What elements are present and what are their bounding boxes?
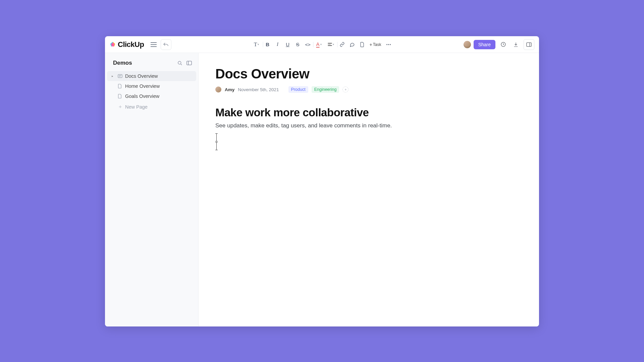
- app-window: ClickUp T▾ B I U S <> A▾ ▾: [105, 36, 539, 326]
- svg-point-5: [178, 61, 181, 64]
- text-color-button[interactable]: A▾: [313, 40, 325, 49]
- page-title[interactable]: Docs Overview: [215, 66, 519, 81]
- sidebar-title: Demos: [113, 60, 132, 66]
- sidebar-item-home-overview[interactable]: Home Overview: [107, 81, 196, 91]
- sidebar-list: ▸ Docs Overview Home Overview Goals Over…: [105, 71, 198, 112]
- bold-button[interactable]: B: [263, 40, 272, 49]
- document-area[interactable]: Docs Overview Amy November 5th, 2021 Pro…: [199, 53, 539, 326]
- code-button[interactable]: <>: [303, 40, 313, 49]
- text-style-button[interactable]: T▾: [251, 40, 262, 49]
- search-icon[interactable]: [177, 60, 183, 66]
- add-tag-button[interactable]: +: [342, 86, 348, 93]
- logo-icon: [110, 42, 116, 48]
- format-toolbar: T▾ B I U S <> A▾ ▾ + Task: [251, 40, 393, 49]
- sidebar-item-label: Home Overview: [125, 83, 160, 89]
- sidebar-header: Demos: [105, 58, 198, 71]
- history-icon[interactable]: [498, 40, 508, 50]
- sidebar-item-goals-overview[interactable]: Goals Overview: [107, 91, 196, 101]
- svg-point-1: [388, 44, 389, 45]
- share-button[interactable]: Share: [474, 40, 495, 49]
- link-button[interactable]: [337, 40, 347, 49]
- chevron-right-icon: ▸: [112, 74, 115, 78]
- panel-toggle-icon[interactable]: [524, 39, 534, 50]
- sidebar-item-label: Docs Overview: [125, 73, 158, 79]
- italic-button[interactable]: I: [273, 40, 282, 49]
- plus-icon: +: [344, 88, 346, 92]
- underline-button[interactable]: U: [283, 40, 292, 49]
- topbar: ClickUp T▾ B I U S <> A▾ ▾: [105, 36, 539, 53]
- page-icon: [118, 84, 122, 88]
- collapse-sidebar-icon[interactable]: [186, 60, 192, 66]
- author-avatar[interactable]: [215, 86, 221, 93]
- plus-icon: ＋: [118, 104, 122, 110]
- svg-point-0: [386, 44, 387, 45]
- attach-button[interactable]: [358, 40, 367, 49]
- strike-button[interactable]: S: [293, 40, 303, 49]
- tag-engineering[interactable]: Engineering: [312, 86, 339, 93]
- align-button[interactable]: ▾: [325, 40, 337, 49]
- page-icon: [118, 94, 122, 99]
- add-page-button[interactable]: ＋ New Page: [107, 101, 196, 112]
- doc-card-icon: [118, 74, 122, 78]
- svg-rect-4: [527, 43, 531, 46]
- sidebar-item-label: Goals Overview: [125, 94, 159, 99]
- svg-rect-6: [187, 61, 192, 65]
- add-task-button[interactable]: + Task: [368, 40, 383, 49]
- add-page-label: New Page: [125, 104, 148, 110]
- tag-product[interactable]: Product: [288, 86, 308, 93]
- task-label: Task: [373, 42, 381, 47]
- menu-icon[interactable]: [149, 40, 159, 50]
- more-button[interactable]: [384, 40, 393, 49]
- comment-button[interactable]: [347, 40, 357, 49]
- text-cursor: [215, 134, 519, 150]
- author-name: Amy: [225, 87, 234, 92]
- undo-button[interactable]: [161, 39, 171, 50]
- download-icon[interactable]: [511, 40, 521, 50]
- topbar-right: Share: [464, 39, 534, 50]
- doc-heading[interactable]: Make work more collaborative: [215, 106, 519, 119]
- avatar[interactable]: [464, 41, 471, 48]
- plus-icon: +: [370, 42, 372, 47]
- sidebar: Demos ▸ Docs Overview: [105, 53, 199, 326]
- sidebar-item-docs-overview[interactable]: ▸ Docs Overview: [107, 71, 196, 81]
- svg-rect-7: [118, 74, 122, 77]
- doc-meta: Amy November 5th, 2021 Product Engineeri…: [215, 86, 519, 93]
- doc-date: November 5th, 2021: [238, 87, 279, 92]
- app-name: ClickUp: [118, 40, 144, 49]
- svg-point-2: [390, 44, 391, 45]
- app-logo[interactable]: ClickUp: [110, 40, 144, 49]
- doc-paragraph[interactable]: See updates, make edits, tag users, and …: [215, 122, 519, 129]
- share-label: Share: [478, 42, 491, 47]
